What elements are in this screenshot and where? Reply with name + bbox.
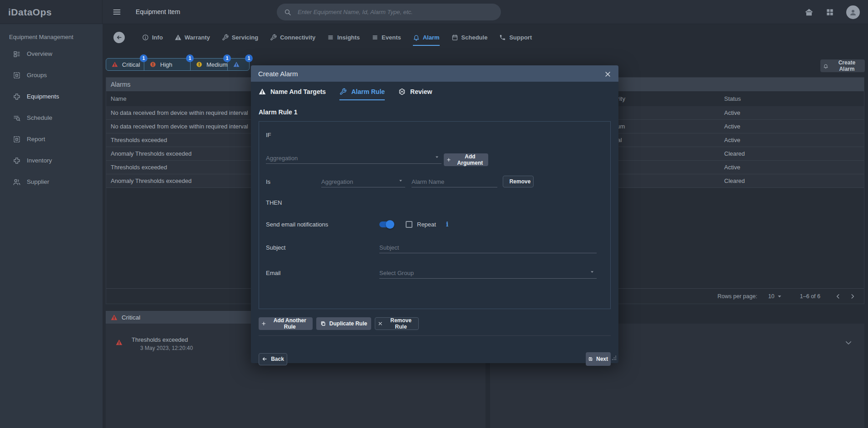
resize-handle[interactable] bbox=[612, 354, 617, 362]
send-email-toggle[interactable] bbox=[379, 221, 393, 227]
severity-icon bbox=[150, 61, 156, 68]
tab[interactable]: Schedule bbox=[451, 34, 488, 46]
caret-down-icon bbox=[434, 154, 440, 160]
sidebar-item[interactable]: Supplier bbox=[0, 171, 103, 192]
tab-icon bbox=[413, 34, 420, 41]
topbar: Equipment Item bbox=[103, 0, 868, 24]
remove-rule-button[interactable]: Remove Rule bbox=[375, 317, 419, 330]
next-button[interactable]: Next bbox=[586, 352, 611, 366]
sidebar-item[interactable]: Inventory bbox=[0, 150, 103, 171]
email-group-select[interactable]: Select Group bbox=[379, 267, 597, 279]
tab-label: Insights bbox=[337, 34, 360, 41]
add-argument-button[interactable]: Add Argument bbox=[444, 153, 488, 166]
tab-label: Alarm bbox=[423, 34, 440, 41]
wizard-step-tab[interactable]: Name And Targets bbox=[259, 88, 326, 100]
sidebar-item[interactable]: Groups bbox=[0, 64, 103, 86]
rows-per-page-select[interactable]: 10 bbox=[768, 293, 783, 300]
modal-divider bbox=[259, 335, 611, 336]
alarm-status-cell: Cleared bbox=[724, 177, 864, 184]
modal-title: Create Alarm bbox=[258, 70, 298, 78]
home-icon[interactable] bbox=[804, 8, 814, 17]
add-another-rule-label: Add Another Rule bbox=[270, 317, 310, 330]
avatar[interactable] bbox=[846, 5, 860, 19]
severity-icon bbox=[196, 61, 202, 68]
step-label: Review bbox=[410, 88, 432, 95]
severity-chip-label: Medium bbox=[206, 61, 227, 68]
critical-alarm-timestamp: 3 May 2023, 12:20:40 bbox=[140, 345, 193, 351]
apps-grid-icon[interactable] bbox=[825, 8, 834, 17]
severity-chip[interactable]: Medium 1 bbox=[191, 59, 228, 70]
arrow-left-icon bbox=[116, 34, 122, 40]
tabs: Info Warranty Servicing Connectivity bbox=[142, 34, 532, 41]
alarm-name-input[interactable]: Alarm Name bbox=[412, 176, 497, 187]
rule-actions: Add Another Rule Duplicate Rule Remove R… bbox=[259, 317, 611, 330]
modal-footer: Back Next bbox=[259, 352, 611, 366]
tab[interactable]: Events bbox=[372, 34, 401, 46]
sidebar-item[interactable]: Overview bbox=[0, 43, 103, 64]
remove-label: Remove bbox=[510, 178, 531, 185]
info-icon[interactable]: i bbox=[446, 221, 448, 228]
plus-icon bbox=[446, 157, 451, 162]
send-email-label: Send email notifications bbox=[266, 221, 379, 228]
tab[interactable]: Insights bbox=[327, 34, 360, 46]
tab-label: Connectivity bbox=[280, 34, 315, 41]
menu-icon[interactable] bbox=[113, 7, 121, 16]
expand-panel-button[interactable] bbox=[844, 338, 853, 347]
search-input[interactable] bbox=[297, 8, 494, 16]
tab[interactable]: Alarm bbox=[413, 34, 440, 46]
repeat-label: Repeat bbox=[417, 221, 436, 228]
back-button[interactable] bbox=[113, 32, 125, 43]
tab-icon bbox=[451, 34, 458, 41]
app-window: iDataOps Equipment Management Overview G… bbox=[0, 0, 868, 428]
tab-icon bbox=[270, 34, 277, 41]
repeat-checkbox[interactable] bbox=[406, 221, 412, 228]
is-label: Is bbox=[266, 178, 321, 187]
alarm-name-placeholder: Alarm Name bbox=[412, 178, 444, 185]
page-title: Equipment Item bbox=[136, 8, 180, 15]
aggregation-select[interactable]: Aggregation bbox=[266, 152, 441, 164]
sidebar-item-label: Equipments bbox=[27, 93, 59, 100]
count-badge: 1 bbox=[245, 54, 253, 62]
severity-chip[interactable]: 1 bbox=[228, 59, 249, 70]
alarm-status-cell: Active bbox=[724, 109, 864, 116]
sidebar-item[interactable]: Equipments bbox=[0, 86, 103, 107]
caret-down-icon bbox=[776, 293, 783, 300]
next-page-button[interactable] bbox=[848, 291, 858, 301]
wizard-step-tab[interactable]: Review bbox=[398, 88, 432, 100]
tab[interactable]: Warranty bbox=[175, 34, 210, 46]
create-alarm-button[interactable]: Create Alarm bbox=[820, 59, 865, 72]
is-aggregation-select[interactable]: Aggregation bbox=[321, 176, 405, 187]
tab-label: Schedule bbox=[461, 34, 488, 41]
search-icon bbox=[284, 9, 291, 16]
tab-icon bbox=[222, 34, 229, 41]
topbar-actions bbox=[804, 0, 860, 24]
sidebar-item-icon bbox=[13, 178, 21, 186]
sidebar-item[interactable]: Schedule bbox=[0, 107, 103, 128]
copy-icon bbox=[320, 321, 326, 326]
duplicate-rule-button[interactable]: Duplicate Rule bbox=[316, 317, 371, 330]
remove-rule-label: Remove Rule bbox=[386, 317, 416, 330]
tab[interactable]: Info bbox=[142, 34, 163, 46]
back-button[interactable]: Back bbox=[259, 353, 287, 365]
severity-chip-label: High bbox=[160, 61, 172, 68]
search-bar bbox=[277, 4, 501, 20]
severity-chip[interactable]: High 1 bbox=[144, 59, 191, 70]
alarm-status-cell: Active bbox=[724, 137, 864, 143]
tab[interactable]: Servicing bbox=[222, 34, 259, 46]
severity-chip[interactable]: Critical 1 bbox=[106, 59, 144, 70]
sidebar-item-label: Groups bbox=[27, 72, 47, 79]
critical-panel-title: Critical bbox=[122, 314, 140, 321]
previous-page-button[interactable] bbox=[833, 291, 843, 301]
equipment-tabbar: Info Warranty Servicing Connectivity bbox=[113, 32, 532, 43]
close-button[interactable] bbox=[604, 69, 611, 78]
tab[interactable]: Connectivity bbox=[270, 34, 315, 46]
tab-label: Support bbox=[509, 34, 532, 41]
sidebar-item[interactable]: Report bbox=[0, 128, 103, 150]
subject-input[interactable]: Subject bbox=[379, 241, 597, 253]
wizard-step-tab[interactable]: Alarm Rule bbox=[339, 88, 385, 100]
tab[interactable]: Support bbox=[499, 34, 532, 46]
then-label: THEN bbox=[266, 199, 603, 206]
remove-argument-button[interactable]: Remove bbox=[503, 176, 534, 187]
alarm-status-cell: Cleared bbox=[724, 150, 864, 157]
add-another-rule-button[interactable]: Add Another Rule bbox=[259, 317, 313, 330]
